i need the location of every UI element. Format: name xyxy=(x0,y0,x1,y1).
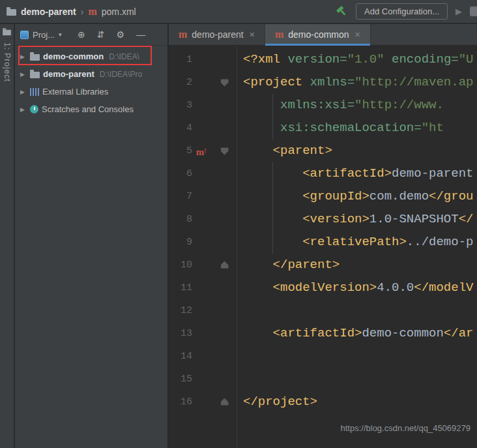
main-toolbar: demo-parent › m pom.xml Add Configuratio… xyxy=(0,0,477,23)
line-number: 13 xyxy=(169,322,192,345)
editor-body[interactable]: 1<?xml version="1.0" encoding="U2<projec… xyxy=(169,46,477,448)
breadcrumb-project[interactable]: demo-parent xyxy=(21,7,76,17)
fold-up-icon[interactable] xyxy=(221,398,229,406)
fold-gutter-cell xyxy=(212,71,237,94)
line-number: 2 xyxy=(169,71,192,94)
code-text: <modelVersion>4.0.0</modelV xyxy=(237,276,473,299)
project-view-dropdown[interactable]: Proj... xyxy=(33,30,55,40)
fold-up-icon[interactable] xyxy=(221,261,229,269)
editor-tab-demo-common[interactable]: mdemo-common× xyxy=(265,24,371,45)
code-line[interactable]: 3 xmlns:xsi="http://www. xyxy=(169,94,477,117)
fold-gutter-cell xyxy=(212,276,237,299)
project-stripe-icon[interactable] xyxy=(3,30,11,36)
code-line[interactable]: 11 <modelVersion>4.0.0</modelV xyxy=(169,276,477,299)
code-line[interactable]: 12 xyxy=(169,299,477,322)
toolbar-actions: Add Configuration... ▶ xyxy=(336,3,474,20)
line-number: 1 xyxy=(169,48,192,71)
fold-down-icon[interactable] xyxy=(221,147,229,155)
locate-icon[interactable]: ⊕ xyxy=(78,30,85,39)
line-number: 10 xyxy=(169,254,192,276)
gutter-cell xyxy=(192,208,212,231)
tree-item-path: D:\IDEA\Pro xyxy=(100,70,142,79)
debug-icon[interactable] xyxy=(470,7,477,16)
libraries-icon xyxy=(30,88,39,96)
settings-icon[interactable]: ⚙ xyxy=(116,30,124,39)
project-panel-header: Proj... ▾ ⊕⇵⚙— xyxy=(15,24,167,46)
breadcrumb: demo-parent › m pom.xml xyxy=(7,7,136,17)
project-panel-actions: ⊕⇵⚙— xyxy=(78,30,162,39)
chevron-down-icon[interactable]: ▾ xyxy=(59,31,62,38)
fold-gutter-cell xyxy=(212,208,237,231)
fold-gutter-cell xyxy=(212,368,237,391)
code-line[interactable]: 1<?xml version="1.0" encoding="U xyxy=(169,48,477,71)
fold-down-icon[interactable] xyxy=(221,79,229,87)
maven-icon: m xyxy=(88,7,96,16)
build-hammer-icon[interactable] xyxy=(336,5,348,18)
line-number: 11 xyxy=(169,276,192,299)
code-area[interactable]: 1<?xml version="1.0" encoding="U2<projec… xyxy=(169,48,477,413)
code-line[interactable]: 16</project> xyxy=(169,391,477,413)
code-line[interactable]: 5m↑ <parent> xyxy=(169,140,477,162)
line-number: 12 xyxy=(169,299,192,322)
gutter-cell xyxy=(192,322,212,345)
expand-arrow-icon[interactable]: ▶ xyxy=(20,71,27,78)
code-text: xmlns:xsi="http://www. xyxy=(237,94,444,117)
run-button[interactable]: ▶ xyxy=(455,7,462,16)
hide-icon[interactable]: — xyxy=(136,30,145,39)
code-text: </project> xyxy=(237,391,317,413)
expand-arrow-icon[interactable]: ▶ xyxy=(20,89,27,95)
fold-gutter-cell xyxy=(212,254,237,276)
close-icon[interactable]: × xyxy=(355,29,360,40)
code-line[interactable]: 6 <artifactId>demo-parent xyxy=(169,162,477,185)
line-number: 3 xyxy=(169,94,192,117)
tree-item-demo-parent[interactable]: ▶demo-parentD:\IDEA\Pro xyxy=(15,65,167,83)
editor-tab-demo-parent[interactable]: mdemo-parent× xyxy=(169,24,265,45)
code-line[interactable]: 15 xyxy=(169,368,477,391)
tree-item-label: Scratches and Consoles xyxy=(42,104,134,114)
gutter-cell xyxy=(192,185,212,208)
tree-item-external-libraries[interactable]: ▶External Libraries xyxy=(15,83,167,100)
tree-item-label: demo-parent xyxy=(43,69,94,79)
expand-arrow-icon[interactable]: ▶ xyxy=(20,106,27,113)
line-number: 15 xyxy=(169,368,192,391)
breadcrumb-file[interactable]: pom.xml xyxy=(102,7,136,17)
code-text xyxy=(237,299,243,322)
code-line[interactable]: 4 xsi:schemaLocation="ht xyxy=(169,117,477,140)
tab-label: demo-parent xyxy=(192,29,243,40)
maven-parent-icon[interactable]: m↑ xyxy=(192,140,212,162)
code-line[interactable]: 14 xyxy=(169,345,477,368)
line-number: 6 xyxy=(169,162,192,185)
project-folder-icon xyxy=(7,9,16,16)
code-line[interactable]: 10 </parent> xyxy=(169,254,477,276)
expand-arrow-icon[interactable]: ▶ xyxy=(20,53,27,60)
code-line[interactable]: 13 <artifactId>demo-common</ar xyxy=(169,322,477,345)
gutter-cell xyxy=(192,162,212,185)
editor-tabbar: mdemo-parent×mdemo-common× xyxy=(169,24,477,46)
fold-gutter-cell xyxy=(212,391,237,413)
code-line[interactable]: 9 <relativePath>../demo-p xyxy=(169,231,477,254)
gutter-cell xyxy=(192,368,212,391)
folder-icon xyxy=(30,72,40,78)
code-text: <?xml version="1.0" encoding="U xyxy=(237,48,474,71)
gutter-cell xyxy=(192,299,212,322)
fold-gutter-cell xyxy=(212,299,237,322)
tree-item-label: demo-common xyxy=(43,52,104,61)
code-line[interactable]: 8 <version>1.0-SNAPSHOT</ xyxy=(169,208,477,231)
project-stripe-label[interactable]: 1: Project xyxy=(3,42,12,82)
add-configuration-button[interactable]: Add Configuration... xyxy=(356,3,448,20)
code-text: xsi:schemaLocation="ht xyxy=(237,117,444,140)
watermark-text: https://blog.csdn.net/qq_45069279 xyxy=(341,417,471,440)
code-line[interactable]: 7 <groupId>com.demo</grou xyxy=(169,185,477,208)
fold-gutter-cell xyxy=(212,94,237,117)
code-line[interactable]: 2<project xmlns="http://maven.ap xyxy=(169,71,477,94)
collapse-all-icon[interactable]: ⇵ xyxy=(97,30,105,39)
tab-label: demo-common xyxy=(288,29,349,40)
tree-item-demo-common[interactable]: ▶demo-commonD:\IDEA\ xyxy=(15,48,167,65)
line-number: 4 xyxy=(169,117,192,140)
project-toolwindow: Proj... ▾ ⊕⇵⚙— ▶demo-commonD:\IDEA\▶demo… xyxy=(15,24,168,448)
tree-item-scratches-and-consoles[interactable]: ▶Scratches and Consoles xyxy=(15,100,167,118)
code-text: <artifactId>demo-common</ar xyxy=(237,322,473,345)
close-icon[interactable]: × xyxy=(250,29,255,40)
tree-item-path: D:\IDEA\ xyxy=(109,52,139,61)
folder-icon xyxy=(30,54,40,61)
